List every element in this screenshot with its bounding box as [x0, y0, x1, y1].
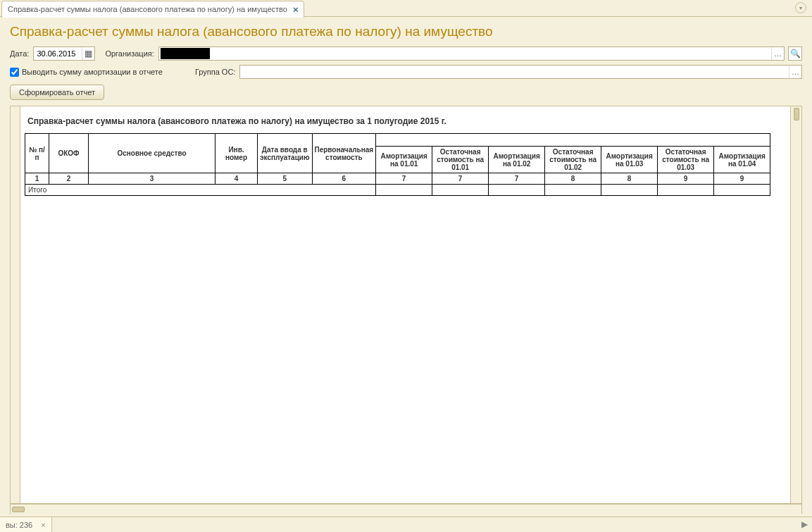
cn-3: 3	[89, 173, 216, 185]
report-area: Справка-расчет суммы налога (авансового …	[10, 106, 802, 504]
org-label: Организация:	[105, 49, 154, 58]
col-okof: ОКОФ	[49, 134, 89, 173]
cn-8: 7	[432, 173, 489, 185]
col-initcost: Первоначальная стоимость	[312, 134, 376, 173]
org-value-redacted	[161, 48, 210, 59]
col-rest-0101: Остаточная стоимость на 01.01	[432, 147, 489, 173]
footer-right-arrow-icon[interactable]: ▶	[801, 519, 808, 529]
col-startdate: Дата ввода в эксплуатацию	[258, 134, 313, 173]
group-label: Группа ОС:	[195, 68, 235, 76]
cn-11: 8	[601, 173, 658, 185]
table-header-row-1: № п/п ОКОФ Основное средство Инв. номер …	[25, 134, 770, 147]
amort-checkbox[interactable]	[10, 68, 19, 77]
org-select-icon[interactable]: …	[771, 47, 784, 60]
group-field[interactable]: …	[239, 65, 802, 79]
document-tab[interactable]: Справка-расчет суммы налога (авансового …	[1, 1, 304, 18]
total-c12	[658, 185, 714, 196]
cn-4: 4	[216, 173, 258, 185]
tab-title: Справка-расчет суммы налога (авансового …	[8, 5, 287, 13]
total-label: Итого	[25, 185, 376, 196]
form-row-1: Дата: ▦ Организация: … 🔍	[10, 47, 802, 61]
report-gutter	[11, 106, 20, 503]
cn-12: 9	[658, 173, 714, 185]
tab-bar: Справка-расчет суммы налога (авансового …	[0, 0, 812, 17]
calendar-icon[interactable]: ▦	[82, 47, 94, 60]
cn-10: 8	[545, 173, 601, 185]
report-table: № п/п ОКОФ Основное средство Инв. номер …	[25, 133, 770, 196]
col-amort-0101: Амортизация на 01.01	[376, 147, 432, 173]
content-area: Справка-расчет суммы налога (авансового …	[0, 17, 812, 516]
total-c11	[601, 185, 658, 196]
table-total-row: Итого	[25, 185, 770, 196]
org-field[interactable]: …	[158, 47, 785, 61]
footer-close-icon[interactable]: ×	[41, 521, 45, 529]
group-input[interactable]	[240, 66, 789, 78]
app-window: Справка-расчет суммы налога (авансового …	[0, 0, 812, 532]
vertical-scrollbar[interactable]	[790, 106, 801, 503]
total-c10	[545, 185, 601, 196]
date-field[interactable]: ▦	[33, 47, 95, 61]
total-c9	[489, 185, 545, 196]
footer-rows: вы: 236	[6, 521, 32, 529]
col-rest-0102: Остаточная стоимость на 01.02	[545, 147, 601, 173]
group-select-icon[interactable]: …	[789, 66, 801, 78]
date-label: Дата:	[10, 49, 29, 58]
status-bar: вы: 236 × ▶	[0, 516, 812, 532]
tab-close-icon[interactable]: ×	[293, 5, 299, 14]
org-search-icon[interactable]: 🔍	[788, 47, 802, 61]
col-amort-0103: Амортизация на 01.03	[601, 147, 658, 173]
cn-2: 2	[49, 173, 89, 185]
amort-checkbox-label: Выводить сумму амортизации в отчете	[22, 68, 163, 76]
report-title: Справка-расчет суммы налога (авансового …	[27, 116, 786, 126]
col-rest-0103: Остаточная стоимость на 01.03	[658, 147, 714, 173]
cn-9: 7	[489, 173, 545, 185]
cn-5: 5	[258, 173, 313, 185]
report-body[interactable]: Справка-расчет суммы налога (авансового …	[20, 106, 790, 503]
collapse-icon[interactable]: ▾	[795, 2, 806, 13]
total-c13	[714, 185, 770, 196]
scroll-thumb[interactable]	[794, 108, 799, 120]
cn-1: 1	[25, 173, 49, 185]
col-inv: Инв. номер	[216, 134, 258, 173]
form-row-2: Выводить сумму амортизации в отчете Груп…	[10, 65, 802, 79]
hscroll-thumb[interactable]	[12, 507, 25, 512]
footer-tab[interactable]: вы: 236 ×	[0, 517, 52, 532]
cn-13: 9	[714, 173, 770, 185]
col-np: № п/п	[25, 134, 49, 173]
total-c7	[376, 185, 432, 196]
horizontal-scrollbar[interactable]	[10, 504, 802, 514]
amort-checkbox-wrap[interactable]: Выводить сумму амортизации в отчете	[10, 68, 163, 77]
date-input[interactable]	[34, 47, 82, 60]
col-amort-0102: Амортизация на 01.02	[489, 147, 545, 173]
total-c8	[432, 185, 489, 196]
cn-7: 7	[376, 173, 432, 185]
table-colnum-row: 1 2 3 4 5 6 7 7 7 8 8 9 9	[25, 173, 770, 185]
page-title: Справка-расчет суммы налога (авансового …	[10, 24, 802, 39]
col-periods-group	[376, 134, 770, 147]
org-input[interactable]	[211, 47, 771, 60]
col-asset: Основное средство	[89, 134, 216, 173]
col-amort-0104: Амортизация на 01.04	[714, 147, 770, 173]
cn-6: 6	[312, 173, 376, 185]
generate-report-button[interactable]: Сформировать отчет	[10, 85, 104, 100]
